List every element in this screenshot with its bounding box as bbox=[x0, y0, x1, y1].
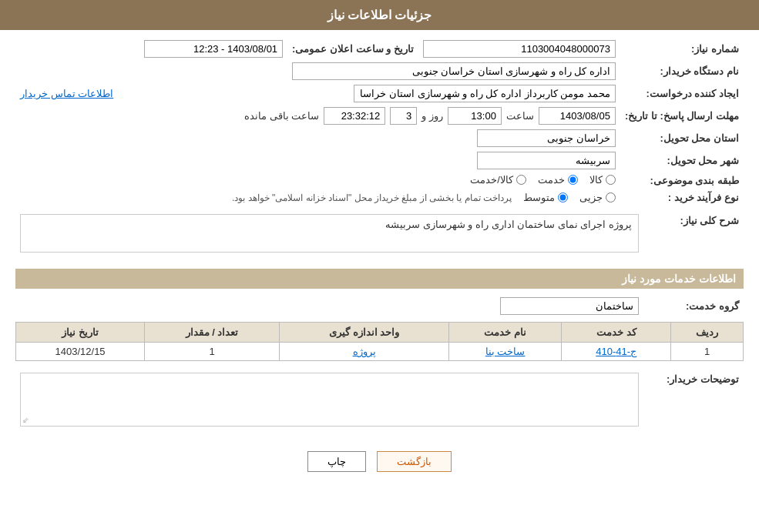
creator-input bbox=[354, 85, 616, 102]
table-cell: 1 bbox=[145, 343, 280, 361]
creator-label: ایجاد کننده درخواست: bbox=[620, 82, 744, 105]
deadline-days-input bbox=[390, 107, 417, 125]
table-cell[interactable]: پروژه bbox=[279, 343, 448, 361]
category-kala-label: کالا bbox=[589, 174, 603, 186]
resize-handle: ⇙ bbox=[22, 416, 29, 424]
button-bar: بازگشت چاپ bbox=[15, 440, 744, 483]
purchase-jozii-label: جزیی bbox=[579, 192, 603, 203]
deadline-remaining-label: ساعت باقی مانده bbox=[244, 110, 319, 122]
deadline-time-label: ساعت bbox=[506, 110, 534, 122]
services-table: ردیف کد خدمت نام خدمت واحد اندازه گیری ت… bbox=[15, 322, 744, 361]
table-cell: 1403/12/15 bbox=[16, 343, 145, 361]
province-input bbox=[477, 129, 616, 147]
contact-link[interactable]: اطلاعات تماس خریدار bbox=[20, 88, 113, 99]
deadline-date-input bbox=[539, 107, 616, 125]
category-kala-khadamat[interactable]: کالا/خدمت bbox=[470, 174, 526, 186]
province-label: استان محل تحویل: bbox=[620, 127, 744, 149]
category-kala-khadamat-label: کالا/خدمت bbox=[470, 174, 513, 186]
buyer-notes-label: توضیحات خریدار: bbox=[643, 370, 744, 435]
category-label: طبقه بندی موضوعی: bbox=[620, 172, 744, 189]
service-group-input bbox=[500, 297, 639, 315]
description-text: پروژه اجرای نمای ساختمان اداری راه و شهر… bbox=[385, 219, 632, 230]
table-cell[interactable]: ج-41-410 bbox=[562, 343, 671, 361]
announce-date-label: تاریخ و ساعت اعلان عمومی: bbox=[287, 38, 418, 60]
announce-date-input bbox=[144, 40, 283, 58]
col-quantity: تعداد / مقدار bbox=[145, 323, 280, 343]
service-group-label: گروه خدمت: bbox=[643, 295, 744, 317]
purchase-jozii-radio[interactable] bbox=[606, 192, 616, 202]
col-date: تاریخ نیاز bbox=[16, 323, 145, 343]
table-row: 1ج-41-410ساخت بناپروژه11403/12/15 bbox=[16, 343, 744, 361]
city-label: شهر محل تحویل: bbox=[620, 149, 744, 172]
description-area: پروژه اجرای نمای ساختمان اداری راه و شهر… bbox=[20, 214, 639, 253]
category-kala[interactable]: کالا bbox=[589, 174, 616, 186]
category-kala-khadamat-radio[interactable] bbox=[516, 175, 526, 185]
category-khadamat[interactable]: خدمت bbox=[538, 174, 578, 186]
purchase-motavasset-label: متوسط bbox=[523, 192, 555, 203]
print-button[interactable]: چاپ bbox=[307, 451, 366, 472]
purchase-type-radio-group: جزیی متوسط bbox=[523, 192, 616, 203]
category-khadamat-radio[interactable] bbox=[568, 175, 578, 185]
city-input bbox=[477, 152, 616, 169]
need-number-label: شماره نیاز: bbox=[620, 38, 744, 60]
purchase-motavasset[interactable]: متوسط bbox=[523, 192, 568, 203]
deadline-days-label: روز و bbox=[421, 110, 443, 122]
org-name-input bbox=[292, 62, 616, 80]
col-code: کد خدمت bbox=[562, 323, 671, 343]
buyer-notes-area: ⇙ bbox=[20, 373, 639, 427]
category-kala-radio[interactable] bbox=[606, 175, 616, 185]
purchase-type-note: پرداخت تمام یا بخشی از مبلغ خریداز محل "… bbox=[232, 192, 512, 203]
org-name-label: نام دستگاه خریدار: bbox=[620, 60, 744, 82]
col-unit: واحد اندازه گیری bbox=[279, 323, 448, 343]
category-khadamat-label: خدمت bbox=[538, 174, 565, 186]
page-title: جزئیات اطلاعات نیاز bbox=[0, 0, 759, 30]
purchase-jozii[interactable]: جزیی bbox=[579, 192, 616, 203]
need-number-input[interactable] bbox=[423, 40, 616, 58]
purchase-motavasset-radio[interactable] bbox=[558, 192, 568, 202]
category-radio-group: کالا خدمت کالا/خدمت bbox=[470, 174, 616, 186]
table-cell[interactable]: ساخت بنا bbox=[449, 343, 562, 361]
col-name: نام خدمت bbox=[449, 323, 562, 343]
purchase-type-label: نوع فرآیند خرید : bbox=[620, 189, 744, 206]
services-section-title: اطلاعات خدمات مورد نیاز bbox=[15, 269, 744, 289]
deadline-seconds-input bbox=[324, 107, 385, 125]
col-row: ردیف bbox=[671, 323, 744, 343]
deadline-label: مهلت ارسال پاسخ: تا تاریخ: bbox=[620, 105, 744, 127]
back-button[interactable]: بازگشت bbox=[377, 451, 452, 472]
deadline-time-input bbox=[448, 107, 502, 125]
table-cell: 1 bbox=[671, 343, 744, 361]
description-label: شرح کلی نیاز: bbox=[643, 212, 744, 261]
